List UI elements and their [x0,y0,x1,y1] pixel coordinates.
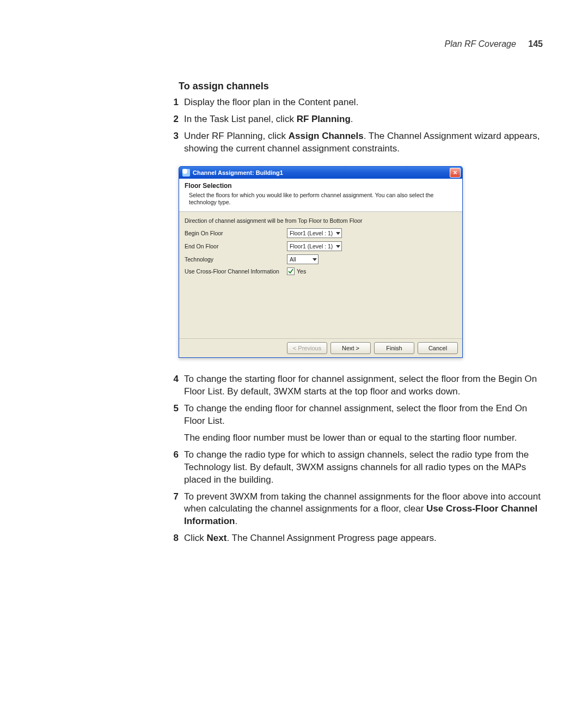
dialog-description: Select the floors for which you would li… [185,192,457,206]
direction-hint: Direction of channel assignment will be … [185,217,457,224]
begin-on-floor-dropdown[interactable]: Floor1 (Level : 1) [287,228,342,238]
previous-button: < Previous [287,342,327,354]
cross-floor-checkbox[interactable] [287,267,295,275]
end-on-floor-label: End On Floor [185,243,287,249]
step-text: To prevent 3WXM from taking the channel … [184,491,543,528]
app-icon [182,169,190,176]
end-on-floor-dropdown[interactable]: Floor1 (Level : 1) [287,241,342,251]
chevron-down-icon [336,245,340,248]
step-number: 7 [163,491,184,528]
page-number: 145 [528,39,543,48]
begin-on-floor-label: Begin On Floor [185,230,287,236]
dialog-button-bar: < Previous Next > Finish Cancel [179,338,462,357]
step-text: In the Task List panel, click RF Plannin… [184,113,543,126]
cancel-button[interactable]: Cancel [418,342,458,354]
step-number: 3 [163,130,184,155]
step-text: To change the ending floor for channel a… [184,403,543,445]
chevron-down-icon [336,232,340,235]
step-number: 8 [163,532,184,545]
next-button[interactable]: Next > [330,342,371,354]
step-number: 2 [163,113,184,126]
check-icon [288,269,293,274]
dialog-titlebar[interactable]: Channel Assignment: Building1 × [179,166,463,179]
close-button[interactable]: × [450,168,461,178]
step-number: 5 [163,403,184,445]
dropdown-value: All [290,256,298,263]
dropdown-value: Floor1 (Level : 1) [290,230,335,236]
cross-floor-label: Use Cross-Floor Channel Information [185,268,287,275]
step-text: Under RF Planning, click Assign Channels… [184,130,543,155]
step-number: 1 [163,96,184,109]
step-number: 4 [163,373,184,398]
dropdown-value: Floor1 (Level : 1) [290,243,335,249]
technology-dropdown[interactable]: All [287,254,318,264]
section-name: Plan RF Coverage [445,39,516,48]
close-icon: × [453,169,457,176]
step-text: Display the floor plan in the Content pa… [184,96,543,109]
dialog-screenshot: Channel Assignment: Building1 × Floor Se… [179,166,543,358]
step-text: Click Next. The Channel Assignment Progr… [184,532,543,545]
chevron-down-icon [313,258,317,261]
dialog-title: Channel Assignment: Building1 [193,169,450,176]
checkbox-text: Yes [297,268,306,275]
technology-label: Technology [185,256,287,263]
dialog-heading: Floor Selection [185,182,457,190]
step-text: To change the radio type for which to as… [184,449,543,486]
step-number: 6 [163,449,184,486]
finish-button[interactable]: Finish [374,342,414,354]
running-header: Plan RF Coverage 145 [445,39,543,49]
step-text: To change the starting floor for channel… [184,373,543,398]
section-title: To assign channels [179,81,543,92]
